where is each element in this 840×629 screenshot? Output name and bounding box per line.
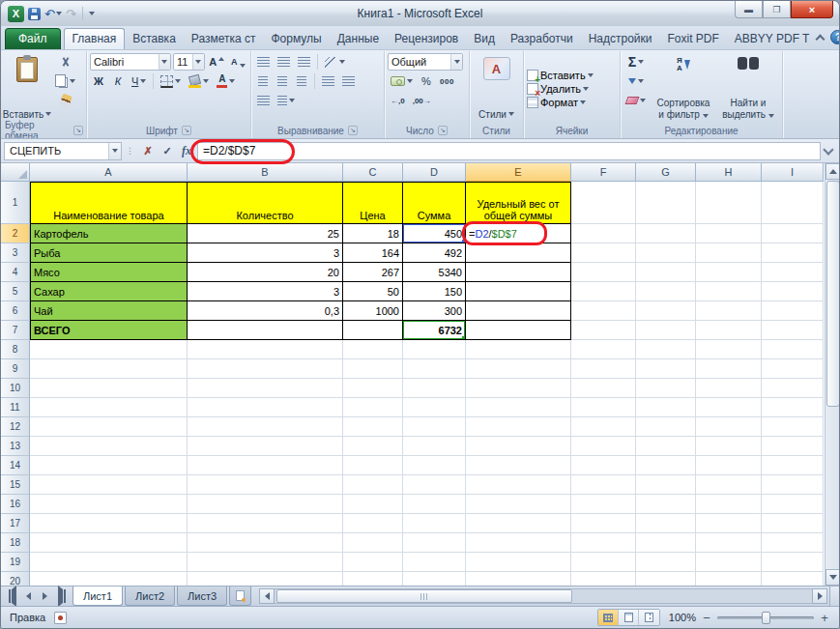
row-header-15[interactable]: 15 xyxy=(1,475,30,495)
row-header-17[interactable]: 17 xyxy=(1,514,30,533)
font-family-select[interactable]: Calibri xyxy=(90,53,171,71)
cell-E2[interactable]: =D2/$D$7 xyxy=(466,224,571,243)
cell-D17[interactable] xyxy=(403,514,466,533)
row-header-4[interactable]: 4 xyxy=(1,263,30,282)
cell-E3[interactable] xyxy=(466,243,571,263)
cell-H4[interactable] xyxy=(696,263,762,282)
cell-I14[interactable] xyxy=(762,456,824,475)
cell-I5[interactable] xyxy=(762,282,824,301)
cell-H2[interactable] xyxy=(696,224,762,243)
cell-E15[interactable] xyxy=(466,475,571,495)
cell-G19[interactable] xyxy=(636,553,696,572)
row-header-7[interactable]: 7 xyxy=(1,321,30,340)
formula-input[interactable]: =D2/$D$7 xyxy=(197,142,821,160)
cell-C20[interactable] xyxy=(343,572,403,586)
cell-C15[interactable] xyxy=(343,475,403,495)
cell-D19[interactable] xyxy=(403,553,466,572)
cell-C3[interactable]: 164 xyxy=(343,243,403,263)
cell-A14[interactable] xyxy=(30,456,188,475)
cell-A15[interactable] xyxy=(30,475,188,495)
cell-C6[interactable]: 1000 xyxy=(343,301,403,321)
cell-H5[interactable] xyxy=(696,282,762,301)
cell-D20[interactable] xyxy=(403,572,466,586)
row-header-20[interactable]: 20 xyxy=(1,572,30,586)
fill-color-button[interactable] xyxy=(186,72,212,90)
cell-F1[interactable] xyxy=(571,182,636,224)
minimize-ribbon-icon[interactable] xyxy=(816,34,826,43)
row-header-10[interactable]: 10 xyxy=(1,379,30,398)
align-middle-button[interactable] xyxy=(275,53,293,71)
cell-F17[interactable] xyxy=(571,514,636,533)
increase-decimal-button[interactable]: ←,0 xyxy=(388,92,408,109)
cell-B6[interactable]: 0,3 xyxy=(188,301,343,321)
ribbon-tab-developer[interactable]: Разработчи xyxy=(503,29,581,49)
cell-B3[interactable]: 3 xyxy=(188,243,343,263)
cell-C9[interactable] xyxy=(343,359,403,379)
cell-H7[interactable] xyxy=(696,321,762,340)
cell-I4[interactable] xyxy=(762,263,824,282)
cell-H10[interactable] xyxy=(696,379,762,398)
cell-F11[interactable] xyxy=(571,398,636,417)
insert-worksheet-button[interactable] xyxy=(229,586,251,606)
cell-B2[interactable]: 25 xyxy=(188,224,343,243)
zoom-slider-thumb[interactable] xyxy=(762,612,770,624)
next-sheet-button[interactable] xyxy=(38,589,52,604)
cell-I17[interactable] xyxy=(762,514,824,533)
row-header-14[interactable]: 14 xyxy=(1,456,30,475)
tab-split-handle[interactable] xyxy=(829,586,839,606)
cell-G17[interactable] xyxy=(636,514,696,533)
row-header-16[interactable]: 16 xyxy=(1,495,30,514)
cell-B4[interactable]: 20 xyxy=(188,263,343,282)
cell-H14[interactable] xyxy=(696,456,762,475)
cell-D15[interactable] xyxy=(403,475,466,495)
cell-D6[interactable]: 300 xyxy=(403,301,466,321)
cell-H16[interactable] xyxy=(696,495,762,514)
grow-font-button[interactable]: А xyxy=(207,53,227,71)
cell-E11[interactable] xyxy=(466,398,571,417)
cell-F13[interactable] xyxy=(571,437,636,456)
cell-G2[interactable] xyxy=(636,224,696,243)
cell-A13[interactable] xyxy=(30,437,188,456)
cell-H13[interactable] xyxy=(696,437,762,456)
cell-C10[interactable] xyxy=(343,379,403,398)
cell-A17[interactable] xyxy=(30,514,188,533)
cell-E9[interactable] xyxy=(466,359,571,379)
cell-E6[interactable] xyxy=(466,301,571,321)
qat-customize-button[interactable] xyxy=(89,12,95,15)
cell-G16[interactable] xyxy=(636,495,696,514)
cell-C5[interactable]: 50 xyxy=(343,282,403,301)
row-header-13[interactable]: 13 xyxy=(1,437,30,456)
cell-G15[interactable] xyxy=(636,475,696,495)
cell-I11[interactable] xyxy=(762,398,824,417)
cell-A2[interactable]: Картофель xyxy=(30,224,188,243)
cell-D13[interactable] xyxy=(403,437,466,456)
row-header-6[interactable]: 6 xyxy=(1,301,30,321)
number-format-select[interactable]: Общий xyxy=(388,53,463,71)
scroll-down-button[interactable] xyxy=(826,569,839,586)
cell-I18[interactable] xyxy=(762,533,824,553)
cell-I15[interactable] xyxy=(762,475,824,495)
vertical-scroll-track[interactable] xyxy=(826,180,839,569)
row-header-2[interactable]: 2 xyxy=(1,224,30,243)
font-size-select[interactable]: 11 xyxy=(173,53,205,71)
cell-G5[interactable] xyxy=(636,282,696,301)
cell-B13[interactable] xyxy=(188,437,343,456)
cell-C13[interactable] xyxy=(343,437,403,456)
horizontal-scrollbar[interactable] xyxy=(259,588,827,604)
bold-button[interactable]: Ж xyxy=(90,72,107,90)
column-header-H[interactable]: H xyxy=(696,163,762,182)
cell-C7[interactable] xyxy=(343,321,403,340)
column-header-E[interactable]: E xyxy=(466,163,571,182)
cell-I10[interactable] xyxy=(762,379,824,398)
zoom-out-button[interactable]: − xyxy=(701,612,712,624)
row-header-8[interactable]: 8 xyxy=(1,340,30,359)
cell-I19[interactable] xyxy=(762,553,824,572)
cell-B1[interactable]: Количество xyxy=(188,182,343,224)
ribbon-tab-file[interactable]: Файл xyxy=(5,28,61,49)
cell-F20[interactable] xyxy=(571,572,636,586)
cell-I7[interactable] xyxy=(762,321,824,340)
fill-button[interactable] xyxy=(623,72,649,90)
merge-center-button[interactable] xyxy=(275,92,298,109)
cell-E18[interactable] xyxy=(466,533,571,553)
row-header-12[interactable]: 12 xyxy=(1,417,30,437)
